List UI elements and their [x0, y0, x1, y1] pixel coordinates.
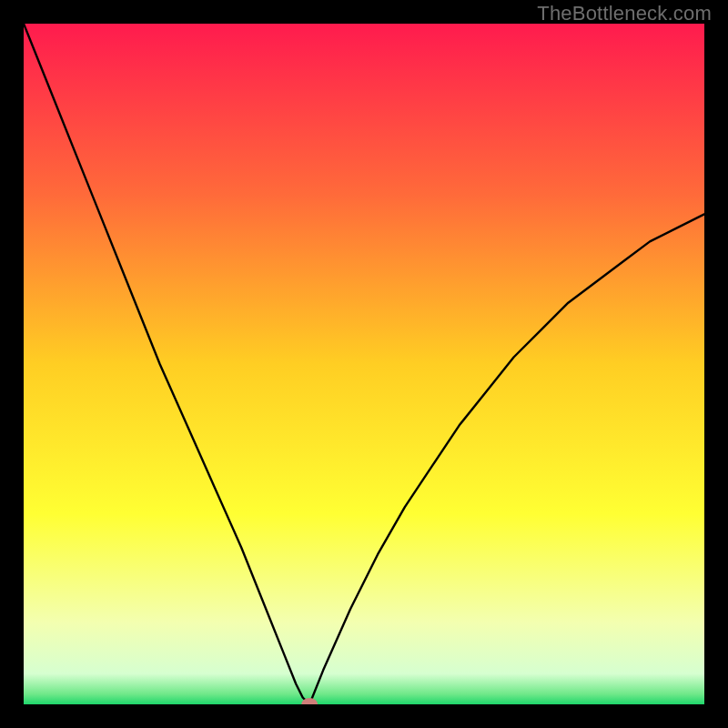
chart-svg [24, 24, 704, 704]
plot-area [24, 24, 704, 704]
gradient-background [24, 24, 704, 704]
watermark-label: TheBottleneck.com [537, 2, 712, 25]
chart-frame: TheBottleneck.com [0, 0, 728, 728]
